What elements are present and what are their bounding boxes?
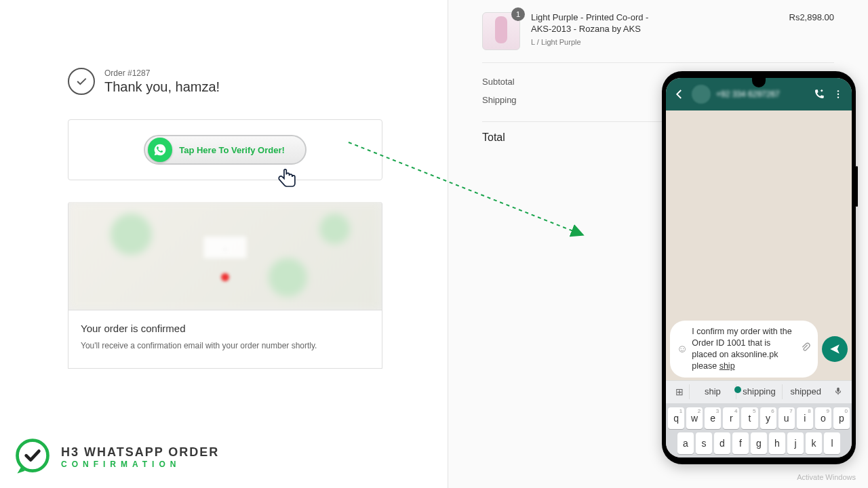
delivery-map: .: [68, 202, 382, 310]
checkmark-circle-icon: [68, 68, 95, 95]
chat-body: [666, 110, 852, 318]
key-a[interactable]: a: [677, 432, 694, 454]
key-u[interactable]: u7: [778, 407, 795, 429]
order-header: Order #1287 Thank you, hamza!: [68, 68, 434, 95]
checkout-left-pane: Order #1287 Thank you, hamza! Tap Here T…: [0, 0, 448, 488]
total-label: Total: [482, 131, 505, 144]
key-g[interactable]: g: [751, 432, 767, 454]
svg-point-5: [18, 441, 48, 471]
contact-avatar[interactable]: [692, 85, 711, 104]
message-text: I confirm my order with the Order ID 100…: [692, 326, 796, 372]
brand-title: H3 WHATSAPP ORDER: [61, 445, 219, 460]
whatsapp-icon: [148, 138, 172, 162]
key-q[interactable]: q1: [668, 407, 684, 429]
key-s[interactable]: s: [696, 432, 712, 454]
brand-subtitle: CONFIRMATION: [61, 460, 219, 469]
keyboard-suggestions: ⊞ ship shipping shipped: [666, 380, 852, 403]
key-h[interactable]: h: [769, 432, 785, 454]
order-number: Order #1287: [104, 68, 220, 78]
key-j[interactable]: j: [787, 432, 804, 454]
key-p[interactable]: p0: [833, 407, 850, 429]
item-price: Rs2,898.00: [789, 12, 835, 22]
key-l[interactable]: l: [824, 432, 840, 454]
key-v[interactable]: v: [751, 458, 768, 458]
message-input-row: ☺ I confirm my order with the Order ID 1…: [666, 318, 852, 380]
message-input[interactable]: ☺ I confirm my order with the Order ID 1…: [670, 321, 818, 378]
map-pin-icon: [221, 273, 229, 281]
shift-key[interactable]: [668, 458, 692, 458]
send-button[interactable]: [822, 336, 848, 362]
brand-logo-block: H3 WHATSAPP ORDER CONFIRMATION: [12, 436, 219, 477]
attach-icon[interactable]: [800, 342, 811, 356]
qty-badge: 1: [511, 7, 525, 21]
more-menu-icon[interactable]: [831, 87, 845, 101]
key-i[interactable]: i8: [797, 407, 813, 429]
verify-order-panel: Tap Here To Verify Order!: [68, 119, 382, 180]
brand-logo-icon: [12, 436, 53, 477]
key-b[interactable]: b: [769, 458, 786, 458]
confirmed-title: Your order is confirmed: [81, 323, 370, 334]
key-o[interactable]: o9: [815, 407, 831, 429]
svg-point-1: [837, 90, 839, 92]
key-e[interactable]: e3: [705, 407, 721, 429]
thank-you-heading: Thank you, hamza!: [104, 79, 220, 95]
key-c[interactable]: c: [732, 458, 749, 458]
backspace-key[interactable]: [826, 458, 850, 458]
key-w[interactable]: w2: [686, 407, 703, 429]
svg-rect-4: [837, 387, 840, 391]
phone-mockup: +92 334 6297267 ☺ I confirm my order wit…: [662, 71, 856, 464]
contact-number[interactable]: +92 334 6297267: [716, 89, 807, 99]
svg-point-3: [837, 96, 839, 98]
suggestion-2[interactable]: shipping: [736, 384, 783, 399]
suggestion-3[interactable]: shipped: [782, 384, 829, 399]
key-z[interactable]: z: [694, 458, 711, 458]
suggestion-1[interactable]: ship: [689, 384, 736, 399]
verify-button-label: Tap Here To Verify Order!: [179, 145, 285, 155]
keyboard-options-icon[interactable]: ⊞: [670, 386, 689, 397]
order-confirmed-card: Your order is confirmed You'll receive a…: [68, 310, 382, 369]
verify-order-button[interactable]: Tap Here To Verify Order!: [144, 135, 307, 165]
confirmed-message: You'll receive a confirmation email with…: [81, 341, 370, 350]
key-f[interactable]: f: [732, 432, 749, 454]
phone-call-icon[interactable]: [812, 87, 826, 101]
key-t[interactable]: t5: [741, 407, 757, 429]
line-item: 1 Light Purple - Printed Co-ord - AKS-20…: [482, 7, 834, 63]
activate-windows-watermark: Activate Windows: [797, 473, 856, 481]
product-thumbnail: 1: [482, 12, 520, 50]
key-n[interactable]: n: [788, 458, 805, 458]
key-x[interactable]: x: [713, 458, 730, 458]
svg-point-2: [837, 94, 839, 95]
key-y[interactable]: y6: [760, 407, 776, 429]
subtotal-label: Subtotal: [482, 77, 515, 87]
item-title: Light Purple - Printed Co-ord - AKS-2013…: [531, 12, 667, 35]
shipping-label: Shipping: [482, 95, 517, 105]
back-arrow-icon[interactable]: [673, 87, 686, 101]
key-d[interactable]: d: [714, 432, 730, 454]
mic-icon[interactable]: [829, 386, 848, 398]
pointer-hand-icon: [276, 167, 299, 193]
key-r[interactable]: r4: [723, 407, 739, 429]
text-cursor-handle-icon[interactable]: [734, 386, 741, 393]
item-variant: L / Light Purple: [531, 38, 778, 46]
emoji-icon[interactable]: ☺: [677, 343, 688, 355]
key-k[interactable]: k: [806, 432, 822, 454]
key-m[interactable]: m: [807, 458, 824, 458]
keyboard: q1w2e3r4t5y6u7i8o9p0 asdfghjkl zxcvbnm ?…: [666, 403, 852, 458]
